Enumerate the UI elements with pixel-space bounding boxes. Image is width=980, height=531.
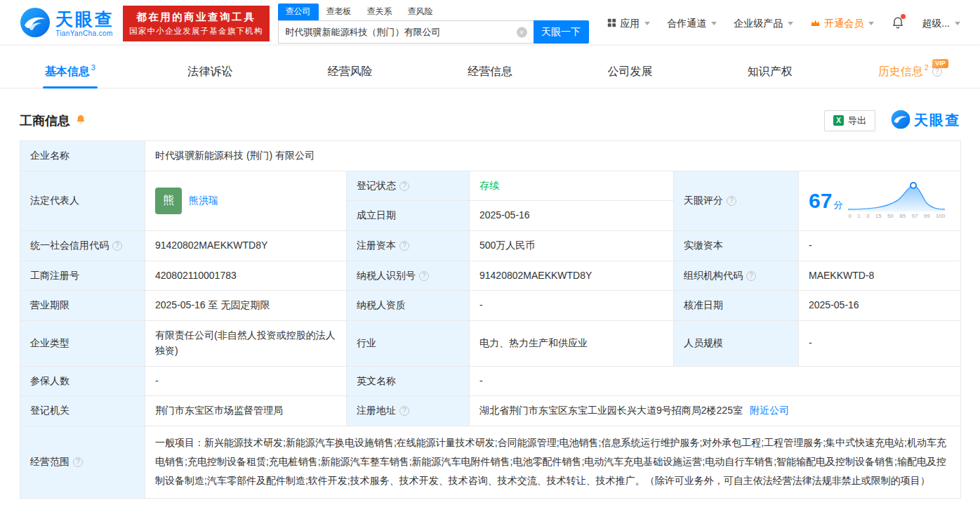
question-circle-icon[interactable] bbox=[73, 457, 83, 467]
notification-bell[interactable] bbox=[891, 15, 905, 32]
tab-operating-info[interactable]: 经营信息 bbox=[420, 55, 559, 88]
question-circle-icon[interactable] bbox=[727, 196, 736, 206]
tab-legal-proceedings[interactable]: 法律诉讼 bbox=[140, 55, 279, 88]
tianyancha-wave-icon bbox=[20, 7, 51, 40]
label-business-scope: 经营范围 bbox=[20, 426, 145, 498]
tab-history-info[interactable]: 历史信息 2 VIP bbox=[840, 55, 980, 88]
export-button[interactable]: X 导出 bbox=[824, 110, 875, 131]
nav-enterprise[interactable]: 企业级产品 bbox=[734, 18, 793, 30]
clear-search-icon[interactable]: × bbox=[517, 27, 527, 37]
tab-intellectual-property-label: 知识产权 bbox=[748, 65, 793, 79]
search-tab-company[interactable]: 查公司 bbox=[278, 4, 319, 20]
label-text: 营业期限 bbox=[30, 299, 69, 310]
value-text: 荆门市东宝区市场监督管理局 bbox=[155, 405, 283, 416]
value-text: 有限责任公司(非自然人投资或控股的法人独资) bbox=[155, 329, 336, 356]
value-text: - bbox=[479, 299, 483, 310]
label-registration-status: 登记状态 bbox=[347, 171, 470, 201]
search-button[interactable]: 天眼一下 bbox=[534, 20, 589, 44]
label-text: 组织机构代码 bbox=[684, 268, 743, 284]
question-circle-icon[interactable] bbox=[746, 271, 756, 281]
value-registration-number: 420802110001783 bbox=[145, 261, 347, 291]
label-company-type: 企业类型 bbox=[20, 321, 145, 366]
brand-name: 天眼查 bbox=[55, 9, 114, 29]
nav-apps[interactable]: 应用 bbox=[607, 18, 650, 30]
value-taxpayer-quality: - bbox=[470, 291, 674, 321]
chevron-down-icon bbox=[868, 22, 874, 25]
label-wrap: 天眼评分 bbox=[684, 193, 788, 209]
table-row: 登记机关 荆门市东宝区市场监督管理局 注册地址 湖北省荆门市东宝区东宝工业园长兴… bbox=[20, 396, 961, 426]
label-wrap: 经营范围 bbox=[30, 454, 135, 470]
label-wrap: 注册资本 bbox=[357, 238, 459, 254]
label-wrap: 组织机构代码 bbox=[684, 268, 788, 284]
brand-domain: TianYanCha.com bbox=[55, 29, 114, 38]
chevron-down-icon bbox=[788, 22, 793, 25]
value-text: 2025-05-16 bbox=[809, 299, 859, 310]
table-row: 工商注册号 420802110001783 纳税人识别号 91420802MAE… bbox=[20, 261, 961, 291]
promo-banner[interactable]: 都在用的商业查询工具 国家中小企业发展子基金旗下机构 bbox=[123, 6, 270, 41]
value-text: 91420802MAEKKWTD8Y bbox=[155, 240, 267, 251]
business-info-header: 工商信息 X 导出 天眼查 bbox=[20, 110, 960, 131]
chevron-down-icon bbox=[644, 22, 650, 25]
value-approval-date: 2025-05-16 bbox=[799, 291, 961, 321]
business-scope-text: 一般项目：新兴能源技术研发;新能源汽车换电设施销售;在线能源计量技术研发;合同能… bbox=[155, 437, 946, 487]
search-input[interactable] bbox=[278, 20, 534, 44]
label-text: 纳税人资质 bbox=[357, 299, 406, 310]
company-section-tabs: 基本信息 3 法律诉讼 经营风险 经营信息 公司发展 知识产权 历史信息 2 V… bbox=[0, 55, 980, 88]
subscribe-bell-icon[interactable] bbox=[75, 114, 86, 127]
address-text: 湖北省荆门市东宝区东宝工业园长兴大道9号招商局2楼225室 bbox=[479, 405, 743, 416]
question-circle-icon[interactable] bbox=[399, 406, 409, 416]
question-circle-icon[interactable] bbox=[399, 241, 409, 251]
label-credit-code: 统一社会信用代码 bbox=[20, 231, 145, 261]
tab-company-development[interactable]: 公司发展 bbox=[560, 55, 700, 88]
tab-operating-risk[interactable]: 经营风险 bbox=[280, 55, 420, 88]
tab-company-development-label: 公司发展 bbox=[607, 65, 652, 79]
watermark-brand: 天眼查 bbox=[891, 110, 960, 131]
axis-tick: 1 bbox=[857, 212, 860, 221]
value-business-scope: 一般项目：新兴能源技术研发;新能源汽车换电设施销售;在线能源计量技术研发;合同能… bbox=[145, 426, 961, 498]
tab-intellectual-property[interactable]: 知识产权 bbox=[700, 55, 840, 88]
value-establish-date: 2025-05-16 bbox=[470, 201, 674, 231]
nav-open-vip[interactable]: 开通会员 bbox=[810, 18, 874, 30]
value-credit-code: 91420802MAEKKWTD8Y bbox=[145, 231, 347, 261]
label-business-term: 营业期限 bbox=[20, 291, 145, 321]
value-text: 时代骐骥新能源科技 (荆门) 有限公司 bbox=[155, 150, 314, 161]
question-circle-icon[interactable] bbox=[932, 67, 942, 77]
tianyancha-logo[interactable]: 天眼查 TianYanCha.com bbox=[20, 7, 114, 40]
question-circle-icon[interactable] bbox=[399, 181, 409, 191]
tab-basic-info-badge: 3 bbox=[91, 63, 95, 72]
label-tianyan-score: 天眼评分 bbox=[674, 171, 799, 230]
legal-rep-avatar[interactable]: 熊 bbox=[155, 188, 182, 214]
nav-partner[interactable]: 合作通道 bbox=[667, 18, 717, 30]
axis-tick: 0 bbox=[848, 212, 851, 221]
value-text: 500万人民币 bbox=[479, 240, 535, 251]
nav-user[interactable]: 超级... bbox=[922, 18, 960, 30]
value-insured-count: - bbox=[145, 366, 347, 396]
value-text: 91420802MAEKKWTD8Y bbox=[479, 270, 592, 281]
tab-basic-info[interactable]: 基本信息 3 bbox=[0, 55, 140, 88]
excel-icon: X bbox=[833, 115, 844, 126]
tab-history-info-badge: 2 bbox=[925, 63, 929, 72]
value-registered-address: 湖北省荆门市东宝区东宝工业园长兴大道9号招商局2楼225室附近公司 bbox=[470, 396, 961, 426]
search-tab-risk[interactable]: 查风险 bbox=[400, 4, 441, 20]
score-value: 67 bbox=[809, 189, 832, 212]
status-badge: 存续 bbox=[479, 180, 499, 191]
search-tab-relation[interactable]: 查关系 bbox=[359, 4, 400, 20]
nearby-companies-link[interactable]: 附近公司 bbox=[750, 405, 789, 416]
nav-partner-label: 合作通道 bbox=[667, 18, 706, 30]
table-row: 营业期限 2025-05-16 至 无固定期限 纳税人资质 - 核准日期 202… bbox=[20, 291, 961, 321]
value-text: - bbox=[809, 337, 812, 348]
search-tab-boss[interactable]: 查老板 bbox=[319, 4, 359, 20]
label-staff-size: 人员规模 bbox=[674, 321, 799, 366]
legal-rep-link[interactable]: 熊洪瑞 bbox=[189, 193, 218, 209]
question-circle-icon[interactable] bbox=[112, 241, 122, 251]
axis-tick: 99 bbox=[924, 212, 930, 221]
label-text: 企业类型 bbox=[30, 337, 69, 348]
search-category-tabs: 查公司 查老板 查关系 查风险 bbox=[278, 4, 589, 20]
score-unit: 分 bbox=[833, 199, 842, 210]
tab-history-info-label: 历史信息 bbox=[878, 65, 923, 79]
label-text: 实缴资本 bbox=[684, 240, 723, 251]
top-header: 天眼查 TianYanCha.com 都在用的商业查询工具 国家中小企业发展子基… bbox=[0, 0, 980, 45]
question-circle-icon[interactable] bbox=[419, 271, 429, 281]
value-text: 电力、热力生产和供应业 bbox=[479, 337, 588, 348]
value-tianyan-score: 67分 0 1 3 15 50 85 97 bbox=[799, 171, 961, 230]
